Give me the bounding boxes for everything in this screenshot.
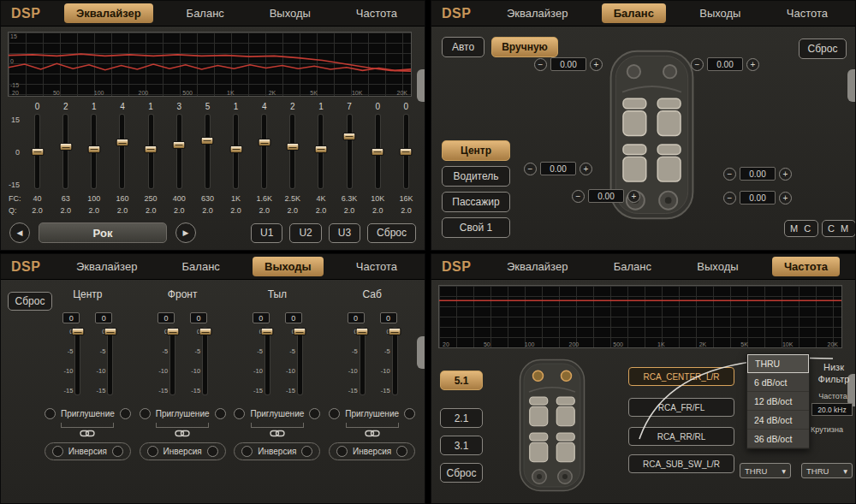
tab-outputs[interactable]: Выходы [258,3,323,23]
minus-button[interactable]: − [572,190,585,203]
tab-equalizer[interactable]: Эквалайзер [64,257,149,276]
slope-option[interactable]: 24 dB/oct [747,411,809,430]
output-slider-knob[interactable] [71,328,84,335]
mute-toggle-left[interactable] [45,408,56,419]
slope-select-left[interactable]: THRU ▾ [740,463,791,478]
tab-balance[interactable]: Баланс [175,3,236,23]
link-icon-wrap[interactable] [365,426,380,436]
output-slider[interactable] [108,328,112,394]
eq-band-slider[interactable] [290,115,294,188]
link-icon[interactable] [365,429,380,438]
eq-band-slider[interactable] [318,115,323,188]
output-slider[interactable] [360,328,365,394]
eq-slider-knob[interactable] [343,133,356,140]
tab-outputs[interactable]: Выходы [253,257,324,276]
mc-button[interactable]: M C [784,220,818,237]
eq-band-slider[interactable] [92,115,96,188]
tab-equalizer[interactable]: Эквалайзер [495,3,580,23]
link-icon-wrap[interactable] [270,426,285,436]
invert-toggle-right[interactable] [396,446,407,457]
eq-slider-knob[interactable] [173,141,186,149]
preset-next-button[interactable]: ▶ [175,222,196,243]
invert-toggle-left[interactable] [147,446,158,457]
mute-toggle-left[interactable] [329,408,340,419]
cm-button[interactable]: C M [822,220,856,237]
invert-toggle-left[interactable] [336,446,348,457]
plus-button[interactable]: + [590,58,603,71]
preset-display[interactable]: Рок [39,222,167,243]
freq-reset-button[interactable]: Сброс [440,463,483,483]
output-slider[interactable] [298,328,302,394]
link-icon[interactable] [175,429,190,438]
link-icon-wrap[interactable] [175,426,190,436]
slope-option[interactable]: 36 dB/oct [747,430,809,448]
tab-balance[interactable]: Баланс [602,3,666,23]
mode-5-1-button[interactable]: 5.1 [440,371,483,390]
output-slider[interactable] [203,328,207,394]
balance-auto-button[interactable]: Авто [442,37,484,57]
minus-button[interactable]: − [534,58,547,71]
eq-slider-knob[interactable] [31,148,44,156]
mute-toggle-left[interactable] [234,408,245,419]
mute-toggle-left[interactable] [140,408,151,419]
tab-equalizer[interactable]: Эквалайзер [495,257,580,276]
mute-toggle-right[interactable] [309,408,320,419]
balance-preset-2[interactable]: Водитель [442,166,510,187]
rca-button-1[interactable]: RCA_CENTER_L/R [628,367,734,386]
link-icon[interactable] [80,429,95,438]
output-slider-knob[interactable] [356,328,369,335]
eq-band-slider[interactable] [63,115,68,188]
preset-prev-button[interactable]: ◀ [9,222,30,243]
eq-slider-knob[interactable] [258,139,270,146]
tab-frequency[interactable]: Частота [344,257,409,276]
minus-button[interactable]: − [723,168,736,181]
tab-balance[interactable]: Баланс [170,257,232,276]
mode-3-1-button[interactable]: 3.1 [440,436,483,455]
output-slider[interactable] [393,328,397,394]
output-slider[interactable] [75,328,80,394]
balance-reset-button[interactable]: Сброс [799,39,847,59]
output-slider[interactable] [265,328,270,394]
output-slider-knob[interactable] [166,328,179,335]
eq-slider-knob[interactable] [145,145,158,153]
plus-button[interactable]: + [779,192,792,205]
rca-button-3[interactable]: RCA_RR/RL [628,427,734,446]
eq-band-slider[interactable] [149,115,153,188]
mute-toggle-right[interactable] [215,408,226,419]
eq-band-slider[interactable] [120,115,124,188]
eq-band-slider[interactable] [177,115,181,188]
eq-band-slider[interactable] [205,115,210,188]
balance-manual-button[interactable]: Вручную [491,37,558,57]
eq-band-slider[interactable] [262,115,266,188]
eq-band-slider[interactable] [348,115,352,188]
tab-outputs[interactable]: Выходы [687,3,752,23]
mute-toggle-right[interactable] [404,408,415,419]
eq-slider-knob[interactable] [229,145,242,153]
minus-button[interactable]: − [723,192,736,205]
eq-band-slider[interactable] [234,115,238,188]
tab-balance[interactable]: Баланс [602,257,663,276]
invert-toggle-left[interactable] [52,446,63,457]
output-slider-knob[interactable] [261,328,274,335]
invert-toggle-right[interactable] [207,446,218,457]
eq-reset-button[interactable]: Сброс [367,223,416,243]
eq-slider-knob[interactable] [116,139,128,146]
memory-u1-button[interactable]: U1 [251,223,282,243]
mode-2-1-button[interactable]: 2.1 [440,408,483,428]
tab-frequency[interactable]: Частота [772,257,840,276]
memory-u2-button[interactable]: U2 [289,223,321,243]
eq-slider-knob[interactable] [286,143,299,151]
eq-slider-knob[interactable] [87,145,100,153]
plus-button[interactable]: + [580,163,592,175]
eq-slider-knob[interactable] [314,145,327,153]
minus-button[interactable]: − [691,58,704,71]
eq-band-slider[interactable] [404,115,408,188]
slope-option[interactable]: 6 dB/oct [747,373,809,392]
tab-outputs[interactable]: Выходы [685,257,750,276]
slope-select-right[interactable]: THRU ▾ [801,463,853,478]
tab-equalizer[interactable]: Эквалайзер [64,3,153,23]
invert-toggle-left[interactable] [241,446,253,457]
output-slider[interactable] [170,328,175,394]
rca-button-4[interactable]: RCA_SUB_SW_L/R [628,454,734,473]
balance-preset-4[interactable]: Свой 1 [442,217,510,238]
